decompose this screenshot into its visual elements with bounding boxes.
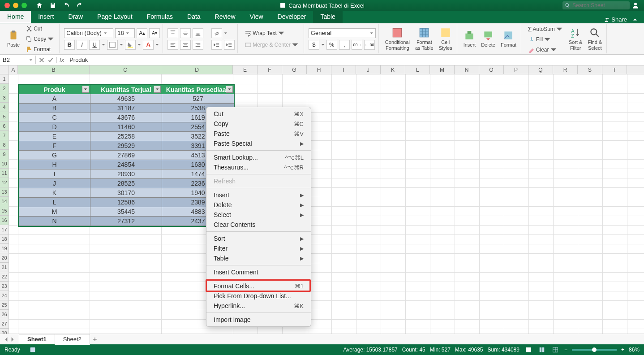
table-cell[interactable]: 25258 [90, 132, 162, 141]
context-menu-item[interactable]: Import Image [206, 315, 311, 325]
delete-cells-button[interactable]: Delete [479, 24, 497, 53]
row-header[interactable]: 3 [0, 93, 9, 103]
spreadsheet-grid[interactable]: ABCDEFGHIJKLMNOPQRST 1234567891011121314… [0, 65, 644, 334]
row-header[interactable]: 15 [0, 206, 9, 216]
table-row[interactable]: E252583522 [19, 132, 234, 141]
row-header[interactable]: 9 [0, 150, 9, 159]
table-cell[interactable]: 30170 [90, 188, 162, 198]
table-cell[interactable]: G [19, 151, 90, 160]
bold-button[interactable]: B [64, 40, 75, 50]
copy-button[interactable]: Copy [23, 34, 56, 44]
row-header[interactable]: 12 [0, 178, 9, 187]
table-cell[interactable]: 12586 [90, 198, 162, 207]
table-cell[interactable]: H [19, 160, 90, 169]
insert-cells-button[interactable]: Insert [462, 24, 478, 53]
column-header[interactable]: N [455, 65, 479, 74]
table-cell[interactable]: 43676 [90, 113, 162, 122]
row-header[interactable]: 2 [0, 84, 9, 93]
context-menu-item[interactable]: Paste⌘V [206, 129, 311, 139]
column-header[interactable]: J [356, 65, 381, 74]
table-cell[interactable]: C [19, 113, 90, 122]
currency-button[interactable]: $ [309, 40, 319, 50]
maximize-window-button[interactable] [21, 3, 27, 8]
tab-insert[interactable]: Insert [31, 10, 61, 23]
sheet-nav-prev-icon[interactable] [4, 337, 9, 342]
row-header[interactable]: 16 [0, 216, 9, 225]
sheet-tab[interactable]: Sheet1 [19, 334, 55, 345]
align-left-button[interactable] [167, 40, 178, 50]
undo-icon[interactable] [63, 2, 70, 9]
table-cell[interactable]: I [19, 169, 90, 179]
column-header[interactable]: T [602, 65, 627, 74]
save-icon[interactable] [49, 2, 56, 9]
context-menu-item[interactable]: Table▶ [206, 253, 311, 263]
table-cell[interactable]: 27869 [90, 151, 162, 160]
table-row[interactable]: N273122437 [19, 217, 234, 226]
column-header[interactable]: A [9, 65, 18, 74]
page-break-view-button[interactable] [551, 346, 560, 354]
row-header[interactable]: 8 [0, 140, 9, 150]
format-cells-button[interactable]: Format [499, 24, 518, 53]
column-header[interactable]: K [381, 65, 405, 74]
context-menu-item[interactable]: Filter▶ [206, 243, 311, 253]
share-button[interactable]: Share [603, 16, 627, 23]
zoom-slider[interactable] [572, 349, 617, 351]
row-header[interactable]: 18 [0, 234, 9, 244]
column-header[interactable]: C [90, 65, 161, 74]
context-menu-item[interactable]: Sort▶ [206, 234, 311, 243]
context-menu-item[interactable]: Paste Special▶ [206, 139, 311, 148]
row-header[interactable]: 22 [0, 272, 9, 282]
table-cell[interactable]: J [19, 179, 90, 188]
table-cell[interactable]: F [19, 141, 90, 151]
autosum-button[interactable]: ΣAutoSum [526, 24, 565, 34]
collapse-ribbon-icon[interactable] [632, 17, 638, 22]
column-header[interactable]: O [479, 65, 504, 74]
table-cell[interactable]: 28525 [90, 179, 162, 188]
table-cell[interactable]: 35445 [90, 207, 162, 217]
table-row[interactable]: H248541630 [19, 160, 234, 169]
tab-data[interactable]: Data [180, 10, 208, 23]
column-header[interactable]: M [430, 65, 455, 74]
tab-review[interactable]: Review [208, 10, 243, 23]
percent-button[interactable]: % [326, 40, 337, 50]
column-header[interactable]: B [18, 65, 90, 74]
orientation-button[interactable]: ab [211, 28, 222, 38]
page-layout-view-button[interactable] [537, 346, 546, 354]
table-header-cell[interactable]: Produk [19, 85, 90, 94]
context-menu-item[interactable]: Hyperlink...⌘K [206, 301, 311, 311]
row-header[interactable]: 26 [0, 310, 9, 319]
column-header[interactable]: G [282, 65, 307, 74]
clear-button[interactable]: Clear [526, 45, 565, 55]
table-header-cell[interactable]: Kuantitas Persediaan [162, 85, 234, 94]
normal-view-button[interactable] [524, 346, 533, 354]
table-cell[interactable]: 24854 [90, 160, 162, 169]
cell-styles-button[interactable]: Cell Styles [437, 24, 454, 53]
close-window-button[interactable] [4, 3, 10, 8]
context-menu-item[interactable]: Smart Lookup...^⌥⌘L [206, 152, 311, 162]
table-cell[interactable]: A [19, 94, 90, 104]
row-header[interactable]: 17 [0, 225, 9, 234]
table-row[interactable]: D114602554 [19, 122, 234, 132]
row-header[interactable]: 20 [0, 253, 9, 263]
name-box[interactable]: B2 [0, 56, 36, 64]
table-row[interactable]: J285252236 [19, 179, 234, 188]
sheet-tab[interactable]: Sheet2 [55, 334, 90, 345]
column-header[interactable]: P [504, 65, 528, 74]
align-top-button[interactable] [167, 28, 178, 38]
number-format-select[interactable]: General [309, 28, 376, 38]
fill-color-button[interactable] [125, 40, 136, 50]
accept-formula-icon[interactable] [47, 57, 54, 63]
font-color-button[interactable]: A [143, 40, 154, 50]
column-headers[interactable]: ABCDEFGHIJKLMNOPQRST [0, 65, 644, 74]
table-cell[interactable]: M [19, 207, 90, 217]
cancel-formula-icon[interactable] [39, 57, 45, 63]
row-header[interactable]: 21 [0, 263, 9, 272]
tab-table[interactable]: Table [313, 10, 342, 23]
align-right-button[interactable] [193, 40, 203, 50]
column-header[interactable]: E [233, 65, 258, 74]
table-header-cell[interactable]: Kuantitas Terjual [90, 85, 162, 94]
context-menu-item[interactable]: Select▶ [206, 210, 311, 220]
data-table[interactable]: ProdukKuantitas TerjualKuantitas Persedi… [18, 84, 235, 227]
table-cell[interactable]: L [19, 198, 90, 207]
user-icon[interactable] [631, 1, 640, 9]
